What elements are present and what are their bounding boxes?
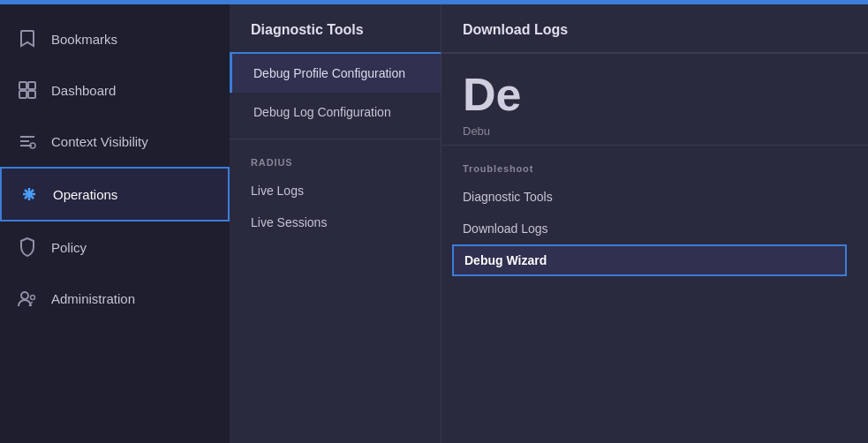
bookmark-icon bbox=[18, 29, 37, 49]
svg-point-13 bbox=[31, 296, 35, 300]
col-diagnostic: Diagnostic Tools Debug Profile Configura… bbox=[230, 4, 442, 443]
main-content: Diagnostic Tools Debug Profile Configura… bbox=[230, 4, 868, 443]
sidebar-item-label: Operations bbox=[53, 187, 117, 202]
svg-rect-1 bbox=[28, 82, 35, 89]
sidebar-item-label: Policy bbox=[51, 240, 87, 255]
download-logs-header: Download Logs bbox=[442, 4, 868, 52]
svg-rect-0 bbox=[19, 82, 26, 89]
sidebar-item-bookmarks[interactable]: Bookmarks bbox=[0, 13, 230, 64]
sidebar-item-label: Context Visibility bbox=[51, 134, 148, 149]
radius-header: RADIUS bbox=[251, 157, 419, 168]
sidebar-item-dashboard[interactable]: Dashboard bbox=[0, 64, 230, 116]
troubleshoot-header: Troubleshoot bbox=[463, 163, 847, 174]
troubleshoot-item-diagnostic[interactable]: Diagnostic Tools bbox=[463, 181, 847, 213]
troubleshoot-item-download-logs[interactable]: Download Logs bbox=[463, 213, 847, 244]
svg-rect-2 bbox=[19, 91, 26, 98]
radius-section: RADIUS Live Logs Live Sessions bbox=[230, 146, 441, 245]
dashboard-icon bbox=[18, 80, 37, 100]
svg-point-12 bbox=[21, 292, 28, 299]
sidebar-item-policy[interactable]: Policy bbox=[0, 222, 230, 273]
section-separator bbox=[230, 139, 441, 139]
admin-icon bbox=[18, 289, 37, 308]
troubleshoot-item-debug-wizard[interactable]: Debug Wizard bbox=[452, 244, 847, 276]
sidebar-item-label: Dashboard bbox=[51, 83, 116, 98]
operations-icon bbox=[19, 184, 39, 204]
menu-item-debug-log[interactable]: Debug Log Configuration bbox=[230, 93, 441, 131]
menu-item-live-logs[interactable]: Live Logs bbox=[251, 175, 419, 206]
menu-item-debug-profile[interactable]: Debug Profile Configuration bbox=[230, 54, 441, 93]
sidebar: Bookmarks Dashboard Context Visibility bbox=[0, 4, 230, 443]
col-download: Download Logs De Debu Troubleshoot Diagn… bbox=[442, 4, 868, 443]
sidebar-item-label: Bookmarks bbox=[51, 32, 117, 47]
small-label-debu: Debu bbox=[442, 121, 868, 138]
sidebar-item-administration[interactable]: Administration bbox=[0, 273, 230, 324]
context-icon bbox=[18, 131, 37, 151]
svg-rect-3 bbox=[28, 91, 35, 98]
section-separator-2 bbox=[442, 145, 868, 146]
policy-icon bbox=[18, 237, 37, 257]
large-text-de: De bbox=[442, 54, 868, 121]
menu-item-live-sessions[interactable]: Live Sessions bbox=[251, 206, 419, 238]
diagnostic-tools-header: Diagnostic Tools bbox=[230, 4, 441, 52]
sidebar-item-context-visibility[interactable]: Context Visibility bbox=[0, 116, 230, 167]
dropdown-panel: Diagnostic Tools Debug Profile Configura… bbox=[230, 4, 868, 443]
troubleshoot-section: Troubleshoot Diagnostic Tools Download L… bbox=[442, 153, 868, 283]
sidebar-item-operations[interactable]: Operations bbox=[0, 167, 230, 222]
sidebar-item-label: Administration bbox=[51, 291, 135, 306]
